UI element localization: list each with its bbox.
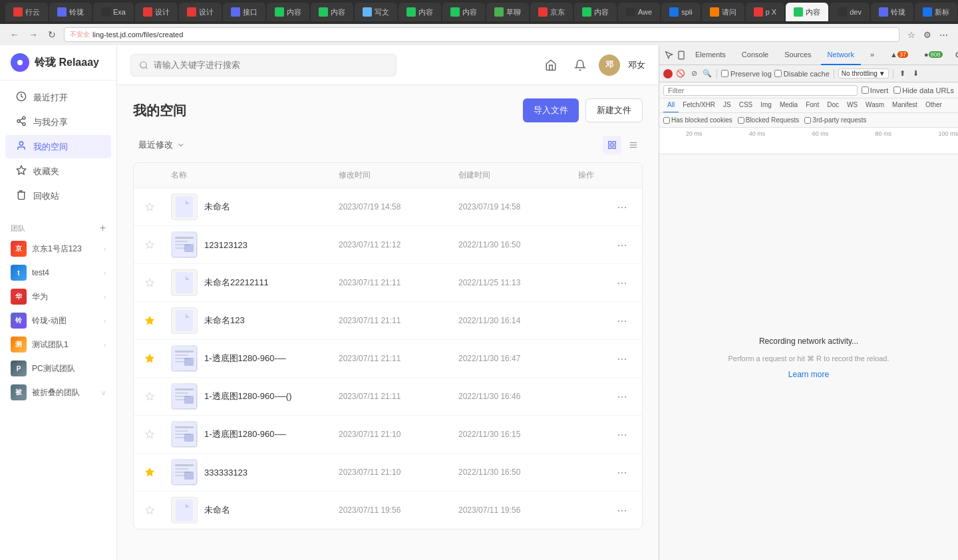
table-row[interactable]: 333333123 2023/07/11 21:10 2022/11/30 16… <box>134 454 642 491</box>
grid-view-button[interactable] <box>603 136 621 154</box>
browser-tab[interactable]: 行云 <box>5 3 48 21</box>
hide-data-urls-option[interactable]: Hide data URLs <box>893 86 954 94</box>
devtools-tab-sources[interactable]: Sources <box>778 45 818 65</box>
table-row[interactable]: 未命名22212111 2023/07/11 21:11 2022/11/25 … <box>134 264 642 302</box>
filter-opt-has-blocked-cookies[interactable]: Has blocked cookies <box>663 116 732 124</box>
network-type-tab-font[interactable]: Font <box>802 98 823 113</box>
list-view-button[interactable] <box>624 136 643 154</box>
table-row[interactable]: 1-透底图1280-960-— 2023/07/11 21:10 2022/11… <box>134 416 642 454</box>
browser-tab[interactable]: p X <box>746 3 785 21</box>
table-row[interactable]: 1-透底图1280-960-—() 2023/07/11 21:11 2022/… <box>134 378 642 416</box>
forward-button[interactable]: → <box>27 28 40 41</box>
team-item-铃珑-动图[interactable]: 铃 铃珑-动图 › <box>0 309 116 333</box>
browser-tab[interactable]: 内容 <box>399 3 441 21</box>
devtools-tab-errors[interactable]: ▲ 37 <box>883 45 915 65</box>
export-button[interactable]: ⬇ <box>911 69 921 79</box>
sort-dropdown[interactable]: 最近修改 <box>133 136 190 154</box>
more-button[interactable]: ··· <box>613 501 631 519</box>
browser-tab[interactable]: 内容 <box>574 3 617 21</box>
team-item-被折叠的团队[interactable]: 被 被折叠的团队 ∨ <box>0 380 116 404</box>
bookmark-button[interactable]: ☆ <box>905 28 918 41</box>
team-item-test4[interactable]: t test4 › <box>0 261 116 285</box>
browser-tab[interactable]: 接口 <box>223 3 265 21</box>
more-button[interactable]: ··· <box>613 425 631 444</box>
preserve-log-checkbox[interactable]: Preserve log <box>721 70 772 78</box>
extensions-button[interactable]: ⚙ <box>921 28 934 41</box>
disable-cache-checkbox[interactable]: Disable cache <box>774 70 830 78</box>
table-row[interactable]: 未命名 2023/07/11 19:56 2023/07/11 19:56 ··… <box>134 491 642 529</box>
add-team-button[interactable]: + <box>100 222 106 234</box>
notification-button[interactable] <box>569 55 591 76</box>
new-file-button[interactable]: 新建文件 <box>585 98 643 122</box>
team-item-华为[interactable]: 华 华为 › <box>0 285 116 309</box>
filter-opt-3rd-party-requests[interactable]: 3rd-party requests <box>804 116 866 124</box>
sidebar-item-最近打开[interactable]: 最近打开 <box>5 86 111 109</box>
network-type-tab-img[interactable]: Img <box>756 98 776 113</box>
browser-tab[interactable]: 写文 <box>355 3 397 21</box>
throttle-dropdown[interactable]: No throttling ▼ <box>838 69 889 78</box>
user-avatar[interactable]: 邓 <box>599 55 620 76</box>
browser-tab[interactable]: 设计 <box>179 3 222 21</box>
record-button[interactable] <box>663 69 673 78</box>
search-button[interactable]: 🔍 <box>702 69 713 79</box>
devtools-element-picker[interactable] <box>665 49 674 62</box>
devtools-tab-logs[interactable]: ● 808 <box>917 45 949 65</box>
sidebar-item-收藏夹[interactable]: 收藏夹 <box>5 160 111 183</box>
search-input[interactable] <box>154 60 388 70</box>
star-button[interactable] <box>144 505 155 515</box>
table-row[interactable]: 未命名 2023/07/19 14:58 2023/07/19 14:58 ··… <box>134 188 642 226</box>
browser-tab[interactable]: spli <box>661 3 701 21</box>
invert-option[interactable]: Invert <box>862 86 889 94</box>
browser-tab[interactable]: 草聊 <box>486 3 529 21</box>
star-button[interactable] <box>144 429 155 440</box>
network-type-tab-doc[interactable]: Doc <box>823 98 843 113</box>
devtools-settings-button[interactable]: ⚙ <box>952 49 958 62</box>
home-button[interactable] <box>540 55 561 76</box>
import-button[interactable]: ⬆ <box>897 69 908 79</box>
team-item-测试团队1[interactable]: 测 测试团队1 › <box>0 333 116 356</box>
more-button[interactable]: ··· <box>613 463 631 482</box>
devtools-device-toggle[interactable] <box>677 49 686 62</box>
filter-input[interactable] <box>663 85 858 96</box>
network-type-tab-wasm[interactable]: Wasm <box>862 98 888 113</box>
browser-tab[interactable]: 内容 <box>786 3 828 21</box>
learn-more-link[interactable]: Learn more <box>788 370 829 379</box>
table-row[interactable]: 1-透底图1280-960-— 2023/07/11 21:11 2022/11… <box>134 340 642 378</box>
browser-tab[interactable]: 铃珑 <box>49 3 92 21</box>
star-button[interactable] <box>144 353 155 364</box>
browser-tab[interactable]: 京东 <box>530 3 573 21</box>
star-button[interactable] <box>144 391 155 402</box>
filter-button[interactable]: ⊘ <box>689 69 699 79</box>
network-type-tab-js[interactable]: JS <box>719 98 735 113</box>
devtools-tab-network[interactable]: Network <box>821 45 861 65</box>
network-type-tab-other[interactable]: Other <box>921 98 946 113</box>
star-button[interactable] <box>144 202 155 212</box>
address-bar[interactable]: 不安全 ling-test.jd.com/files/created <box>64 27 899 42</box>
clear-button[interactable]: 🚫 <box>675 69 686 79</box>
network-type-tab-fetch/xhr[interactable]: Fetch/XHR <box>679 98 719 113</box>
devtools-tab-elements[interactable]: Elements <box>689 45 732 65</box>
browser-tab[interactable]: 新标 <box>915 3 957 21</box>
devtools-tab-console[interactable]: Console <box>735 45 775 65</box>
browser-tab[interactable]: 设计 <box>135 3 178 21</box>
more-button[interactable]: ··· <box>613 273 631 292</box>
sidebar-item-与我分享[interactable]: 与我分享 <box>5 110 111 134</box>
browser-tab[interactable]: 内容 <box>267 3 309 21</box>
search-box[interactable] <box>130 54 397 76</box>
network-type-tab-manifest[interactable]: Manifest <box>888 98 921 113</box>
team-item-PC测试团队[interactable]: P PC测试团队 <box>0 356 116 380</box>
star-button[interactable] <box>144 315 155 326</box>
star-button[interactable] <box>144 277 155 288</box>
browser-tab[interactable]: dev <box>830 3 870 21</box>
more-button[interactable]: ··· <box>613 198 631 216</box>
menu-button[interactable]: ⋯ <box>937 28 950 41</box>
more-button[interactable]: ··· <box>613 235 631 254</box>
browser-tab[interactable]: 内容 <box>311 3 353 21</box>
filter-opt-blocked-requests[interactable]: Blocked Requests <box>738 116 800 124</box>
devtools-tab-more[interactable]: » <box>864 45 881 65</box>
network-type-tab-media[interactable]: Media <box>776 98 802 113</box>
reload-button[interactable]: ↻ <box>45 28 59 41</box>
network-type-tab-ws[interactable]: WS <box>843 98 862 113</box>
table-row[interactable]: 未命名123 2023/07/11 21:11 2022/11/30 16:14… <box>134 302 642 340</box>
more-button[interactable]: ··· <box>613 387 631 406</box>
